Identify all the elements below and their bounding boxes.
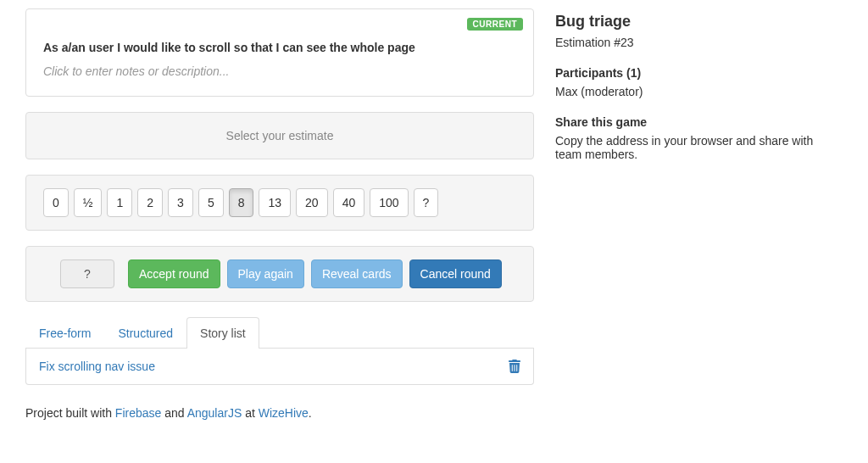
estimate-card-1[interactable]: 1 — [107, 188, 132, 217]
share-heading: Share this game — [555, 115, 843, 129]
cancel-round-button[interactable]: Cancel round — [409, 259, 502, 288]
estimate-card-20[interactable]: 20 — [296, 188, 328, 217]
footer-text: . — [309, 406, 312, 420]
estimate-card-100[interactable]: 100 — [370, 188, 408, 217]
tab-freeform[interactable]: Free-form — [25, 317, 104, 349]
estimate-card-?[interactable]: ? — [414, 188, 439, 217]
estimate-card-0[interactable]: 0 — [43, 188, 69, 217]
footer-link-angularjs[interactable]: AngularJS — [187, 406, 242, 420]
participant-item: Max (moderator) — [555, 85, 843, 98]
estimate-card-½[interactable]: ½ — [74, 188, 103, 217]
reveal-cards-button[interactable]: Reveal cards — [311, 259, 403, 288]
footer-link-wizehive[interactable]: WizeHive — [259, 406, 309, 420]
tab-storylist[interactable]: Story list — [186, 317, 259, 349]
trash-icon[interactable] — [509, 360, 520, 373]
estimate-card-8[interactable]: 8 — [229, 188, 254, 217]
current-badge: CURRENT — [467, 18, 523, 31]
game-title: Bug triage — [555, 13, 843, 31]
story-title: As a/an user I would like to scroll so t… — [43, 41, 516, 54]
result-value: ? — [60, 259, 114, 288]
footer-text: Project built with — [25, 406, 115, 420]
footer-text: and — [161, 406, 186, 420]
estimate-card-40[interactable]: 40 — [333, 188, 365, 217]
estimate-prompt: Select your estimate — [43, 126, 516, 146]
current-story-panel: CURRENT As a/an user I would like to scr… — [25, 8, 534, 97]
actions-panel: ? Accept round Play again Reveal cards C… — [25, 246, 534, 302]
storylist-content: Fix scrolling nav issue — [25, 349, 534, 385]
estimate-card-5[interactable]: 5 — [198, 188, 224, 217]
sidebar: Bug triage Estimation #23 Participants (… — [555, 8, 843, 420]
card-row: 0½12358132040100? — [43, 188, 516, 217]
share-text: Copy the address in your browser and sha… — [555, 134, 843, 161]
estimate-card-3[interactable]: 3 — [168, 188, 193, 217]
estimate-card-13[interactable]: 13 — [259, 188, 291, 217]
estimate-prompt-panel: Select your estimate — [25, 112, 534, 159]
cards-panel: 0½12358132040100? — [25, 175, 534, 231]
footer: Project built with Firebase and AngularJ… — [25, 406, 534, 420]
tabs: Free-form Structured Story list — [25, 317, 534, 349]
participants-heading: Participants (1) — [555, 66, 843, 80]
story-link[interactable]: Fix scrolling nav issue — [39, 360, 155, 373]
main-column: CURRENT As a/an user I would like to scr… — [25, 8, 534, 420]
estimate-card-2[interactable]: 2 — [137, 188, 163, 217]
footer-text: at — [242, 406, 258, 420]
footer-link-firebase[interactable]: Firebase — [115, 406, 161, 420]
notes-input[interactable]: Click to enter notes or description... — [43, 64, 516, 78]
estimation-number: Estimation #23 — [555, 36, 843, 49]
accept-round-button[interactable]: Accept round — [128, 259, 220, 288]
tab-structured[interactable]: Structured — [104, 317, 186, 349]
play-again-button[interactable]: Play again — [227, 259, 304, 288]
